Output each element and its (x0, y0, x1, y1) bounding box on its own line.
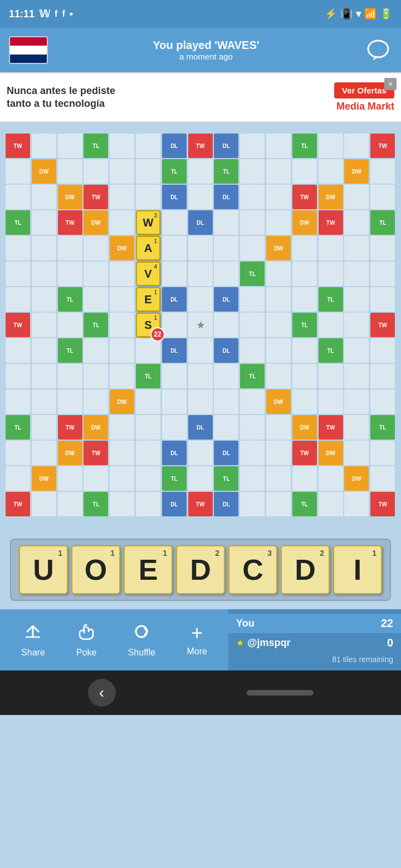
header: You played 'WAVES' a moment ago (0, 28, 401, 72)
cell-13-2 (58, 466, 82, 491)
cell-2-2: DW (58, 185, 82, 209)
cell-7-0: TW (6, 313, 30, 337)
cell-1-7 (188, 159, 213, 184)
cell-13-4 (110, 466, 134, 491)
battery-icon: 🔋 (380, 8, 392, 20)
cell-10-5 (136, 389, 160, 414)
cell-4-14 (370, 236, 395, 260)
cell-5-6 (162, 262, 187, 286)
cell-7-8 (214, 313, 238, 337)
cell-11-14: TL (370, 415, 395, 440)
cell-14-9 (240, 492, 265, 516)
cell-12-3: TW (84, 441, 108, 465)
cell-11-8 (214, 415, 238, 440)
cell-11-13 (344, 415, 369, 440)
cell-10-6 (162, 389, 187, 414)
cell-6-4 (110, 287, 134, 312)
cell-1-14 (370, 159, 395, 184)
cell-11-5 (136, 415, 160, 440)
cell-12-0 (6, 441, 30, 465)
cell-12-9 (240, 441, 265, 465)
cell-6-5: 1E (136, 287, 160, 312)
cell-5-3 (84, 262, 108, 286)
rack-tile-0[interactable]: 1U (19, 545, 68, 594)
rack-tile-1[interactable]: 1O (71, 545, 120, 594)
cell-7-6 (162, 313, 187, 337)
rack-tile-4[interactable]: 3C (228, 545, 277, 594)
poke-icon (77, 623, 95, 644)
home-indicator[interactable] (247, 690, 314, 696)
cell-2-5 (136, 185, 160, 209)
back-button[interactable]: ‹ (88, 679, 116, 707)
cell-2-14 (370, 185, 395, 209)
cell-11-3: DW (84, 415, 108, 440)
fb-icon1: f (55, 9, 57, 19)
chat-button[interactable] (364, 36, 392, 64)
back-icon: ‹ (99, 684, 104, 702)
rack-tile-3[interactable]: 2D (176, 545, 225, 594)
cell-11-7: DL (188, 415, 213, 440)
cell-7-7: ★ (188, 313, 213, 337)
rack-tile-5[interactable]: 2D (281, 545, 330, 594)
bottom-actions: Share Poke Shuffle + More (0, 609, 228, 670)
cell-0-1 (32, 134, 56, 158)
cell-3-7: DL (188, 210, 213, 235)
cell-2-8: DL (214, 185, 238, 209)
cell-12-2: DW (58, 441, 82, 465)
cell-6-2: TL (58, 287, 82, 312)
cell-0-13 (344, 134, 369, 158)
cell-0-9 (240, 134, 265, 158)
cell-7-4 (110, 313, 134, 337)
opponent-score: 0 (387, 637, 393, 649)
cell-5-1 (32, 262, 56, 286)
cell-2-12: DW (319, 185, 343, 209)
cell-12-5 (136, 441, 160, 465)
ad-close-button[interactable]: × (384, 78, 397, 90)
cell-5-8 (214, 262, 238, 286)
cell-10-0 (6, 389, 30, 414)
cell-0-7: TW (188, 134, 213, 158)
cell-0-0: TW (6, 134, 30, 158)
cell-1-6: TL (162, 159, 187, 184)
poke-button[interactable]: Poke (76, 623, 96, 658)
cell-2-1 (32, 185, 56, 209)
cell-6-0 (6, 287, 30, 312)
cell-14-6: DL (162, 492, 187, 516)
cell-5-14 (370, 262, 395, 286)
your-name: You (236, 618, 255, 629)
cell-7-11: TL (292, 313, 317, 337)
cell-3-8 (214, 210, 238, 235)
cell-13-9 (240, 466, 265, 491)
cell-14-11: TL (292, 492, 317, 516)
cell-9-1 (32, 364, 56, 388)
status-bar-right: ⚡ 📳 ▾ 📶 🔋 (325, 8, 392, 20)
cell-6-10 (266, 287, 291, 312)
cell-14-0: TW (6, 492, 30, 516)
rack-tile-6[interactable]: 1I (333, 545, 382, 594)
cell-4-0 (6, 236, 30, 260)
cell-6-3 (84, 287, 108, 312)
cell-11-0: TL (6, 415, 30, 440)
svg-point-0 (368, 41, 388, 57)
cell-0-10 (266, 134, 291, 158)
cell-9-13 (344, 364, 369, 388)
shuffle-label: Shuffle (128, 648, 156, 658)
share-button[interactable]: Share (21, 623, 45, 658)
cell-13-10 (266, 466, 291, 491)
cell-11-12: TW (319, 415, 343, 440)
rack-tile-2[interactable]: 1E (124, 545, 173, 594)
cell-5-7 (188, 262, 213, 286)
cell-11-11: DW (292, 415, 317, 440)
cell-5-0 (6, 262, 30, 286)
cell-4-4: DW (110, 236, 134, 260)
shuffle-button[interactable]: Shuffle (128, 623, 156, 658)
cell-8-14 (370, 338, 395, 363)
cell-3-0: TL (6, 210, 30, 235)
rack-container: 1U1O1E2D3C2D1I (0, 522, 401, 609)
cell-10-14 (370, 389, 395, 414)
more-button[interactable]: + More (187, 623, 207, 657)
cell-12-4 (110, 441, 134, 465)
cell-10-2 (58, 389, 82, 414)
share-label: Share (21, 648, 45, 658)
cell-10-7 (188, 389, 213, 414)
